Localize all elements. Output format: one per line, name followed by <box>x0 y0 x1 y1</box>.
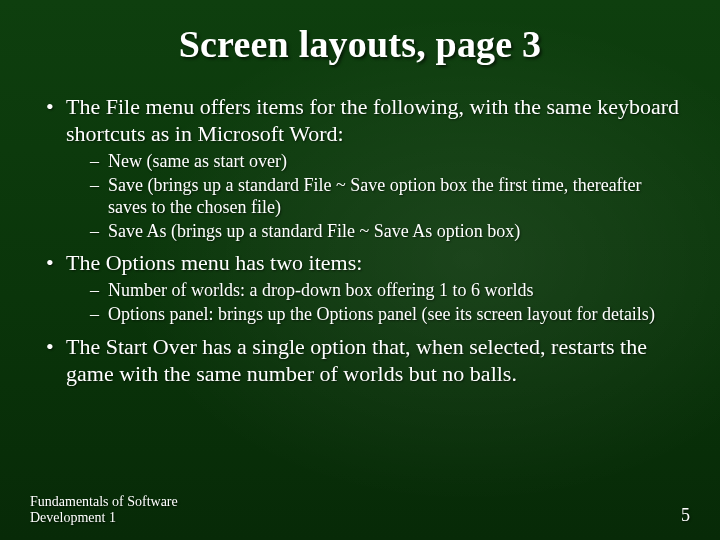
slide: Screen layouts, page 3 The File menu off… <box>0 0 720 540</box>
sub-bullet-list: New (same as start over) Save (brings up… <box>66 151 682 243</box>
page-number: 5 <box>681 505 690 526</box>
sub-bullet-item: Save As (brings up a standard File ~ Sav… <box>90 221 682 243</box>
bullet-item: The Options menu has two items: Number o… <box>44 250 682 326</box>
sub-bullet-item: New (same as start over) <box>90 151 682 173</box>
bullet-item: The Start Over has a single option that,… <box>44 334 682 388</box>
sub-bullet-list: Number of worlds: a drop-down box offeri… <box>66 280 682 326</box>
bullet-list: The File menu offers items for the follo… <box>38 94 682 388</box>
sub-bullet-item: Options panel: brings up the Options pan… <box>90 304 682 326</box>
bullet-text: The File menu offers items for the follo… <box>66 94 679 146</box>
bullet-text: The Options menu has two items: <box>66 250 362 275</box>
slide-title: Screen layouts, page 3 <box>38 22 682 66</box>
bullet-text: The Start Over has a single option that,… <box>66 334 647 386</box>
footer-course-name: Fundamentals of Software Development 1 <box>30 494 230 526</box>
sub-bullet-item: Save (brings up a standard File ~ Save o… <box>90 175 682 219</box>
bullet-item: The File menu offers items for the follo… <box>44 94 682 242</box>
sub-bullet-item: Number of worlds: a drop-down box offeri… <box>90 280 682 302</box>
